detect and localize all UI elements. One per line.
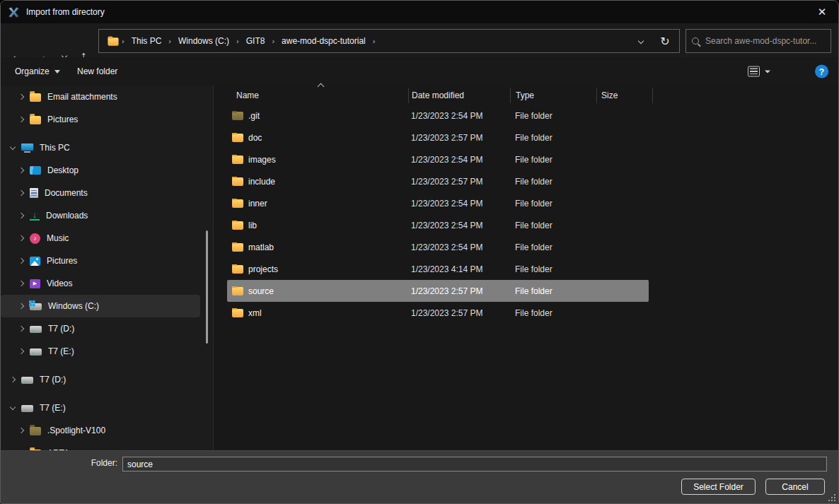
- chevron-down-icon: [765, 70, 770, 73]
- table-row[interactable]: doc 1/23/2023 2:57 PM File folder: [227, 127, 649, 148]
- computer-icon: [21, 143, 33, 153]
- folder-icon: [30, 116, 41, 124]
- resize-grip[interactable]: [828, 494, 835, 501]
- column-header-size[interactable]: Size: [601, 90, 618, 100]
- main-area: Email attachments Pictures This PC Deskt…: [1, 86, 838, 450]
- sidebar-item-spotlight-v100[interactable]: .Spotlight-V100: [1, 419, 213, 442]
- chevron-right-icon: [18, 235, 24, 241]
- chevron-right-icon: [18, 213, 24, 218]
- sidebar-item-t7-e[interactable]: T7 (E:): [1, 340, 213, 363]
- breadcrumb-separator: ›: [119, 37, 127, 45]
- sidebar-item-videos[interactable]: ▶ Videos: [1, 272, 213, 295]
- sidebar-item-email-attachments[interactable]: Email attachments: [1, 86, 213, 108]
- sidebar-item-this-pc[interactable]: This PC: [1, 136, 213, 159]
- downloads-icon: ↓: [30, 211, 40, 221]
- table-row[interactable]: matlab 1/23/2023 2:54 PM File folder: [227, 236, 649, 258]
- chevron-down-icon: [54, 70, 60, 74]
- column-divider[interactable]: [510, 88, 511, 103]
- drive-icon: [21, 405, 33, 412]
- table-row[interactable]: projects 1/23/2023 4:14 PM File folder: [227, 258, 649, 280]
- chevron-right-icon: [18, 190, 24, 196]
- sidebar-item-pictures-top[interactable]: Pictures: [1, 108, 213, 131]
- column-headers: Name Date modified Type Size: [214, 86, 838, 105]
- chevron-down-icon: [10, 404, 16, 409]
- sidebar-item-desktop[interactable]: Desktop: [1, 159, 213, 182]
- address-dropdown-button[interactable]: [631, 32, 651, 50]
- sidebar-item-t7-d-root[interactable]: T7 (D:): [1, 368, 213, 391]
- breadcrumb-this-pc[interactable]: This PC: [127, 33, 166, 49]
- breadcrumb-current-folder[interactable]: awe-mod-dspc-tutorial: [277, 33, 370, 49]
- breadcrumb-git8[interactable]: GIT8: [242, 33, 270, 49]
- chevron-right-icon: [18, 258, 24, 264]
- address-bar[interactable]: › This PC › Windows (C:) › GIT8 › awe-mo…: [98, 29, 680, 53]
- select-folder-button[interactable]: Select Folder: [681, 479, 756, 495]
- column-header-date[interactable]: Date modified: [412, 90, 464, 100]
- chevron-right-icon: [18, 348, 24, 354]
- folder-icon: [232, 265, 243, 274]
- import-dialog-window: Import from directory ✕ ← → ↑ › This PC …: [0, 0, 839, 504]
- folder-icon: [232, 177, 243, 186]
- navigation-bar: ← → ↑ › This PC › Windows (C:) › GIT8 › …: [1, 23, 838, 57]
- chevron-right-icon: [18, 326, 24, 332]
- sidebar-item-documents[interactable]: Documents: [1, 182, 213, 204]
- new-folder-button[interactable]: New folder: [71, 62, 123, 81]
- cancel-button[interactable]: Cancel: [765, 479, 825, 495]
- windows-drive-icon: [30, 303, 42, 310]
- sidebar-item-downloads[interactable]: ↓ Downloads: [1, 204, 213, 227]
- chevron-right-icon: [18, 303, 24, 309]
- table-row-selected[interactable]: source 1/23/2023 2:57 PM File folder: [227, 280, 649, 302]
- table-row[interactable]: xml 1/23/2023 2:57 PM File folder: [227, 302, 649, 324]
- search-input[interactable]: [705, 36, 825, 46]
- folder-name-input[interactable]: [122, 457, 827, 471]
- documents-icon: [30, 188, 38, 198]
- navigation-pane: Email attachments Pictures This PC Deskt…: [1, 86, 214, 450]
- sidebar-item-music[interactable]: ♪ Music: [1, 227, 213, 250]
- column-divider[interactable]: [652, 88, 653, 103]
- close-button[interactable]: ✕: [806, 1, 838, 23]
- breadcrumb-separator: ›: [233, 37, 242, 45]
- column-divider[interactable]: [408, 88, 409, 103]
- column-header-type[interactable]: Type: [516, 90, 534, 100]
- drive-icon: [21, 377, 33, 384]
- breadcrumb-separator: ›: [269, 37, 277, 45]
- sidebar-item-arta[interactable]: ARTA: [1, 442, 213, 450]
- chevron-right-icon: [18, 281, 24, 286]
- table-row[interactable]: lib 1/23/2023 2:54 PM File folder: [227, 214, 649, 236]
- table-row[interactable]: images 1/23/2023 2:54 PM File folder: [227, 148, 649, 170]
- app-logo-icon: [8, 6, 20, 18]
- table-row[interactable]: inner 1/23/2023 2:54 PM File folder: [227, 192, 649, 214]
- drive-icon: [30, 348, 42, 356]
- folder-icon: [232, 309, 243, 317]
- help-button[interactable]: ?: [815, 65, 828, 78]
- music-icon: ♪: [30, 233, 40, 244]
- sidebar-scrollbar[interactable]: [206, 230, 208, 344]
- refresh-button[interactable]: ↻: [655, 32, 675, 50]
- view-mode-button[interactable]: [742, 62, 776, 81]
- new-folder-label: New folder: [77, 66, 117, 76]
- window-title: Import from directory: [26, 7, 105, 17]
- sidebar-item-pictures[interactable]: Pictures: [1, 250, 213, 272]
- column-divider[interactable]: [596, 88, 597, 103]
- column-header-name[interactable]: Name: [236, 90, 259, 100]
- command-toolbar: Organize New folder ?: [1, 57, 838, 86]
- folder-icon: [232, 243, 243, 252]
- folder-icon: [232, 134, 243, 142]
- chevron-right-icon: [18, 94, 24, 100]
- sidebar-item-t7-d[interactable]: T7 (D:): [1, 317, 213, 340]
- folder-icon: [232, 287, 243, 295]
- chevron-right-icon: [18, 168, 24, 173]
- breadcrumb-windows-c[interactable]: Windows (C:): [174, 33, 233, 49]
- organize-label: Organize: [15, 66, 50, 76]
- folder-icon: [232, 221, 243, 230]
- table-row[interactable]: include 1/23/2023 2:57 PM File folder: [227, 170, 649, 192]
- table-row[interactable]: .git 1/23/2023 2:54 PM File folder: [227, 105, 649, 127]
- videos-icon: ▶: [30, 279, 40, 288]
- search-box[interactable]: [685, 29, 831, 53]
- sidebar-item-windows-c[interactable]: Windows (C:): [1, 295, 200, 317]
- dialog-footer: Folder:: [1, 450, 838, 503]
- chevron-down-icon: [10, 143, 16, 149]
- sidebar-item-t7-e-root[interactable]: T7 (E:): [1, 397, 213, 419]
- organize-button[interactable]: Organize: [9, 62, 66, 81]
- hidden-folder-icon: [30, 427, 41, 435]
- breadcrumb-separator: ›: [166, 37, 174, 45]
